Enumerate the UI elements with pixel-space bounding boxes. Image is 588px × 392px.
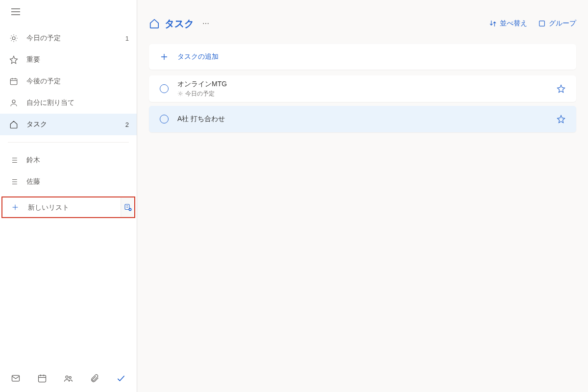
add-task-label: タスクの追加 <box>177 52 219 61</box>
complete-checkbox[interactable] <box>160 84 169 93</box>
star-icon <box>557 115 565 123</box>
task-content: オンラインMTG 今日の予定 <box>177 80 548 98</box>
bottom-calendar-button[interactable] <box>29 368 55 389</box>
sidebar-item-today[interactable]: 今日の予定 1 <box>0 27 137 49</box>
mail-icon <box>11 373 21 383</box>
new-group-icon <box>123 203 132 212</box>
sidebar-top <box>0 0 137 24</box>
calendar-icon <box>37 373 47 383</box>
svg-rect-1 <box>10 79 17 85</box>
task-item[interactable]: オンラインMTG 今日の予定 <box>149 75 576 102</box>
svg-point-10 <box>205 23 206 24</box>
bottom-people-button[interactable] <box>56 368 81 389</box>
add-task-row[interactable]: タスクの追加 <box>149 44 576 70</box>
svg-rect-5 <box>12 375 19 381</box>
nav-label: 重要 <box>26 55 129 64</box>
sun-icon <box>8 34 20 43</box>
sidebar: 今日の予定 1 重要 今後の予定 自分に割り当て タスク 2 <box>0 0 137 392</box>
nav-label: タスク <box>26 120 125 129</box>
sidebar-item-assigned[interactable]: 自分に割り当て <box>0 92 137 114</box>
more-options-button[interactable] <box>202 20 210 27</box>
sidebar-item-suzuki[interactable]: 鈴木 <box>0 149 137 171</box>
complete-checkbox[interactable] <box>160 115 169 123</box>
group-label: グループ <box>549 19 576 28</box>
group-button[interactable]: グループ <box>538 19 576 28</box>
svg-rect-6 <box>38 375 46 382</box>
sidebar-item-sato[interactable]: 佐藤 <box>0 171 137 193</box>
check-icon <box>116 373 126 383</box>
group-icon <box>538 20 546 27</box>
sidebar-bottom-bar <box>0 365 137 392</box>
nav-count: 2 <box>125 121 129 128</box>
bottom-mail-button[interactable] <box>3 368 28 389</box>
nav-label: 鈴木 <box>26 156 129 165</box>
bottom-attach-button[interactable] <box>82 368 107 389</box>
task-meta-label: 今日の予定 <box>185 90 215 98</box>
svg-point-13 <box>179 93 181 95</box>
person-icon <box>8 98 20 107</box>
new-list-button[interactable] <box>2 203 121 211</box>
people-icon <box>63 373 73 383</box>
list-icon <box>8 156 20 165</box>
star-icon <box>557 84 565 93</box>
sidebar-item-planned[interactable]: 今後の予定 <box>0 71 137 92</box>
custom-lists: 鈴木 佐藤 <box>0 146 137 196</box>
main-panel: タスク 並べ替え グループ タスクの追加 オンラインMTG <box>137 0 588 392</box>
home-icon <box>149 18 160 29</box>
task-meta: 今日の予定 <box>177 90 548 98</box>
star-button[interactable] <box>557 84 565 93</box>
new-list-row <box>1 196 135 218</box>
svg-point-2 <box>12 100 15 103</box>
nav-label: 今後の予定 <box>26 77 129 86</box>
main-title-group: タスク <box>149 17 210 30</box>
calendar-icon <box>8 77 20 86</box>
sort-icon <box>489 20 497 27</box>
svg-rect-3 <box>125 204 129 210</box>
svg-point-7 <box>66 376 68 378</box>
nav-label: 自分に割り当て <box>26 98 129 107</box>
task-content: A社 打ち合わせ <box>177 115 548 123</box>
task-title: オンラインMTG <box>177 80 548 89</box>
bottom-todo-button[interactable] <box>108 368 134 389</box>
star-button[interactable] <box>557 115 565 123</box>
hamburger-icon <box>11 8 20 15</box>
header-actions: 並べ替え グループ <box>489 19 576 28</box>
nav-label: 今日の予定 <box>26 34 125 43</box>
svg-point-9 <box>203 23 204 24</box>
task-title: A社 打ち合わせ <box>177 115 548 123</box>
new-group-button[interactable] <box>121 197 134 217</box>
svg-point-0 <box>12 37 15 40</box>
svg-rect-12 <box>539 21 545 26</box>
home-icon <box>8 120 20 129</box>
smart-lists: 今日の予定 1 重要 今後の予定 自分に割り当て タスク 2 <box>0 24 137 139</box>
new-list-input[interactable] <box>28 203 114 211</box>
hamburger-menu-button[interactable] <box>8 4 24 20</box>
nav-count: 1 <box>125 35 129 42</box>
divider <box>8 142 129 143</box>
sun-icon <box>177 91 183 97</box>
star-icon <box>8 55 20 64</box>
plus-icon <box>9 203 21 211</box>
task-item[interactable]: A社 打ち合わせ <box>149 106 576 132</box>
sort-button[interactable]: 並べ替え <box>489 19 527 28</box>
nav-label: 佐藤 <box>26 177 129 186</box>
sort-label: 並べ替え <box>500 19 527 28</box>
list-icon <box>8 177 20 186</box>
page-title: タスク <box>165 17 194 30</box>
svg-point-11 <box>208 23 209 24</box>
svg-point-8 <box>70 376 72 378</box>
sidebar-item-important[interactable]: 重要 <box>0 49 137 71</box>
main-header: タスク 並べ替え グループ <box>149 12 576 35</box>
sidebar-item-tasks[interactable]: タスク 2 <box>0 114 137 135</box>
more-icon <box>202 20 210 27</box>
attach-icon <box>90 373 99 383</box>
plus-icon <box>160 52 169 61</box>
